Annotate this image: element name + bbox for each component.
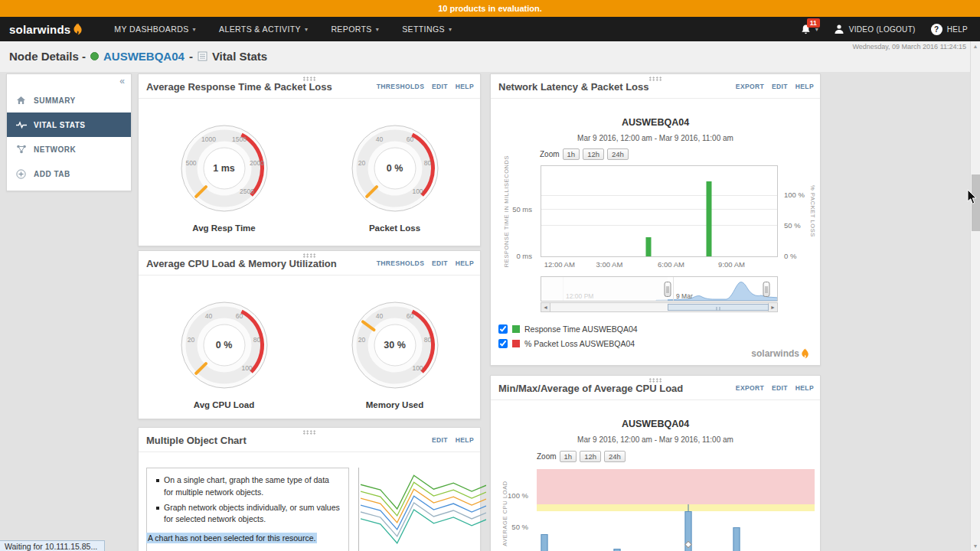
notifications-button[interactable]: 11 ▾ — [800, 24, 818, 35]
gauge-tick: 20 — [358, 159, 365, 167]
bullet-item: Graph network objects individually, or s… — [155, 502, 341, 527]
edit-link[interactable]: EDIT — [772, 384, 788, 392]
help-link[interactable]: HELP — [456, 436, 474, 444]
help-link[interactable]: HELP — [795, 384, 814, 392]
axis-tick-label: 6:00 AM — [658, 260, 684, 269]
gauge-tick: 500 — [185, 159, 196, 167]
zoom-12h-button[interactable]: 12h — [580, 451, 601, 462]
brand-logo[interactable]: solarwinds — [9, 23, 83, 36]
vertical-scrollbar[interactable]: ▲ ▼ — [970, 41, 980, 551]
chart-title: AUSWEBQA04 — [491, 419, 820, 429]
chart-bar — [706, 181, 711, 256]
sidebar-item-vital-stats[interactable]: VITAL STATS — [7, 112, 131, 137]
nav-alerts-activity[interactable]: ALERTS & ACTIVITY ▾ — [207, 17, 319, 41]
page-content: Wednesday, 09 March 2016 11:24:15 Node D… — [0, 41, 980, 551]
legend-checkbox-response-time[interactable] — [498, 324, 508, 334]
scrollbar-up-arrow[interactable]: ▲ — [971, 41, 980, 51]
zoom-24h-button[interactable]: 24h — [607, 148, 629, 160]
scrubber-handle-left[interactable] — [664, 282, 671, 297]
zoom-12h-button[interactable]: 12h — [583, 148, 604, 160]
view-icon — [198, 51, 207, 61]
edit-link[interactable]: EDIT — [432, 436, 448, 444]
gauge-row: 20 40 60 80 100 0 % Avg CPU Load — [139, 276, 480, 409]
help-link[interactable]: HELP — [456, 83, 474, 90]
chart-title: AUSWEBQA04 — [491, 117, 820, 128]
hscrollbar-thumb[interactable] — [668, 304, 769, 311]
cpu-minmax-chart[interactable] — [537, 469, 815, 551]
latency-chart[interactable] — [541, 165, 778, 257]
edit-link[interactable]: EDIT — [772, 83, 788, 90]
plus-icon — [15, 169, 27, 179]
drag-handle-icon[interactable] — [648, 77, 662, 81]
zoom-1h-button[interactable]: 1h — [563, 148, 580, 160]
gauge-tick: 80 — [424, 159, 431, 167]
help-link[interactable]: HELP — [795, 83, 814, 90]
caret-down-icon: ▾ — [376, 26, 379, 33]
nav-settings[interactable]: SETTINGS ▾ — [390, 17, 463, 41]
card-cpu-minmax: Min/Max/Average of Average CPU Load EXPO… — [490, 375, 821, 551]
zoom-24h-button[interactable]: 24h — [604, 451, 626, 462]
nav-reports[interactable]: REPORTS ▾ — [319, 17, 390, 41]
gauge-tick: 2500 — [240, 187, 254, 195]
node-status-dot — [90, 52, 99, 60]
sidebar-item-add-tab[interactable]: ADD TAB — [7, 161, 131, 186]
page-title-prefix: Node Details - — [9, 50, 86, 63]
solarwinds-watermark: solarwinds — [751, 348, 809, 359]
card-links: EXPORT EDIT HELP — [730, 83, 814, 90]
y-axis-ticks-right: 100 %50 %0 % — [780, 165, 806, 257]
edit-link[interactable]: EDIT — [432, 83, 448, 90]
scrollbar-down-arrow[interactable]: ▼ — [971, 541, 980, 551]
gauge-dial: 20 40 60 80 100 30 % — [345, 295, 445, 395]
card-links: THRESHOLDS EDIT HELP — [371, 259, 474, 267]
threshold-band — [537, 469, 815, 504]
zoom-1h-button[interactable]: 1h — [560, 451, 577, 462]
user-icon — [834, 24, 844, 34]
scrollbar-thumb[interactable] — [972, 174, 980, 231]
page-title: Node Details - AUSWEBQA04 - Vital Stats — [9, 50, 267, 63]
axis-tick-label: 50 ms — [512, 205, 532, 214]
export-link[interactable]: EXPORT — [736, 384, 764, 392]
gauge-memory-used: 20 40 60 80 100 30 % Memory Used — [328, 295, 462, 409]
top-navbar: solarwinds MY DASHBOARDS ▾ ALERTS & ACTI… — [0, 17, 980, 41]
scroll-right-arrow[interactable]: ► — [768, 303, 777, 311]
chart-subtitle: Mar 9 2016, 12:00 am - Mar 9 2016, 11:00… — [491, 134, 820, 142]
card-links: EXPORT EDIT HELP — [730, 384, 814, 392]
help-menu[interactable]: ? HELP — [931, 24, 968, 35]
user-menu[interactable]: VIDEO (LOGOUT) — [834, 24, 916, 34]
sidebar-item-summary[interactable]: SUMMARY — [7, 88, 131, 112]
legend-swatch-green — [512, 325, 520, 333]
axis-tick-label: 9:00 AM — [718, 260, 745, 269]
gauge-avg-resp-time: 500 1000 1500 2000 2500 1 ms Avg Resp Ti… — [157, 119, 291, 233]
card-cpu-memory: Average CPU Load & Memory Utilization TH… — [138, 250, 481, 419]
chart-legend: Response Time AUSWEBQA04 % Packet Loss A… — [498, 321, 638, 350]
zoom-controls: Zoom 1h 12h 24h — [537, 451, 626, 462]
chart-bar — [646, 237, 652, 256]
axis-tick-label: 100 % — [784, 191, 805, 199]
export-link[interactable]: EXPORT — [736, 83, 764, 90]
scrubber-handle-right[interactable] — [763, 282, 770, 297]
sidebar-item-network[interactable]: NETWORK — [7, 137, 131, 161]
legend-label: Response Time AUSWEBQA04 — [524, 324, 638, 334]
sidebar-item-label: ADD TAB — [34, 170, 70, 178]
sidebar-collapse-button[interactable]: « — [7, 74, 131, 88]
gauge-tick: 100 — [412, 187, 423, 195]
range-gridline — [673, 277, 674, 301]
legend-item-response-time[interactable]: Response Time AUSWEBQA04 — [498, 321, 638, 336]
help-link[interactable]: HELP — [456, 259, 474, 267]
chart-subtitle: Mar 9 2016, 12:00 am - Mar 9 2016, 11:00… — [491, 435, 820, 444]
card-title: Average Response Time & Packet Loss — [146, 81, 332, 93]
gauge-tick: 60 — [407, 135, 413, 143]
thresholds-link[interactable]: THRESHOLDS — [377, 259, 425, 267]
gauge-tick: 2000 — [250, 159, 264, 167]
scroll-left-arrow[interactable]: ◄ — [541, 303, 550, 311]
nav-label: SETTINGS — [402, 24, 445, 34]
gauge-tick: 40 — [376, 135, 383, 143]
thresholds-link[interactable]: THRESHOLDS — [377, 83, 425, 90]
nav-my-dashboards[interactable]: MY DASHBOARDS ▾ — [103, 17, 207, 41]
nav-label: MY DASHBOARDS — [114, 24, 188, 34]
drag-handle-icon[interactable] — [302, 430, 316, 435]
legend-checkbox-packet-loss[interactable] — [498, 339, 508, 348]
chart-hscrollbar[interactable]: ◄ ► — [541, 302, 778, 312]
legend-item-packet-loss[interactable]: % Packet Loss AUSWEBQA04 — [498, 336, 638, 350]
range-scrubber[interactable]: 12:00 PM 9 Mar — [541, 276, 778, 302]
